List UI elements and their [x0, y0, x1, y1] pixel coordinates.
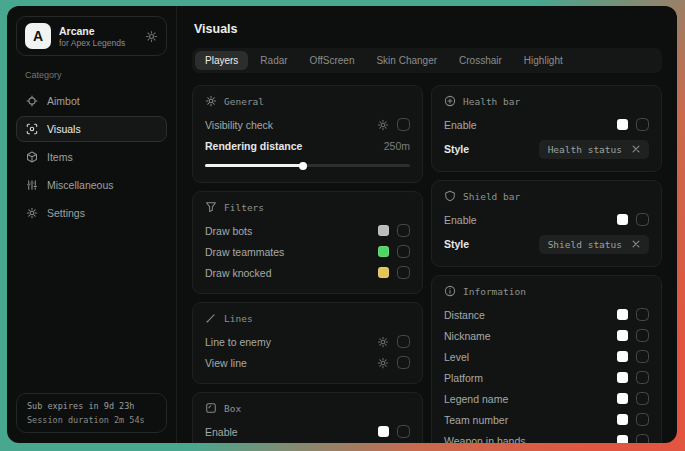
app-logo: A [25, 23, 51, 49]
setting-row-level: Level [444, 346, 649, 367]
color-swatch[interactable] [617, 309, 628, 320]
tab-radar[interactable]: Radar [250, 51, 297, 70]
clear-icon[interactable] [632, 145, 640, 153]
rendering-distance-slider[interactable] [205, 164, 410, 167]
panel-filters: Filters Draw bots Draw teammates [192, 191, 423, 294]
team-number-checkbox[interactable] [636, 413, 649, 426]
color-swatch[interactable] [617, 393, 628, 404]
draw-bots-checkbox[interactable] [397, 224, 410, 237]
setting-row-health-enable: Enable [444, 114, 649, 135]
info-circle-icon [444, 285, 456, 297]
visibility-check-checkbox[interactable] [397, 118, 410, 131]
panel-title: Lines [224, 313, 253, 324]
weapon-in-hands-checkbox[interactable] [636, 434, 649, 443]
sliders-icon [26, 179, 38, 191]
color-swatch[interactable] [617, 435, 628, 443]
setting-row-draw-teammates: Draw teammates [205, 241, 410, 262]
settings-gear-icon[interactable] [377, 357, 389, 369]
sidebar-item-label: Visuals [47, 123, 81, 135]
sidebar-item-miscellaneous[interactable]: Miscellaneous [16, 172, 167, 198]
sub-expires-text: Sub expires in 9d 23h [27, 401, 156, 411]
color-swatch[interactable] [617, 351, 628, 362]
nickname-checkbox[interactable] [636, 329, 649, 342]
panel-title: Shield bar [463, 191, 520, 202]
health-enable-checkbox[interactable] [636, 118, 649, 131]
setting-row-distance: Distance [444, 304, 649, 325]
legend-name-checkbox[interactable] [636, 392, 649, 405]
eye-scan-icon [26, 123, 38, 135]
tab-crosshair[interactable]: Crosshair [449, 51, 512, 70]
settings-gear-icon[interactable] [377, 119, 389, 131]
setting-row-shield-style: Style Shield status [444, 232, 649, 256]
settings-gear-icon[interactable] [377, 336, 389, 348]
slider-thumb[interactable] [299, 162, 307, 170]
sidebar: A Arcane for Apex Legends Category Aimbo… [7, 6, 177, 443]
draw-teammates-checkbox[interactable] [397, 245, 410, 258]
tab-players[interactable]: Players [195, 51, 248, 70]
tab-highlight[interactable]: Highlight [514, 51, 573, 70]
subscription-info-card: Sub expires in 9d 23h Session duration 2… [16, 393, 167, 433]
panel-health-bar: Health bar Enable Style Health status [431, 85, 662, 172]
panel-shield-bar: Shield bar Enable Style Shield status [431, 180, 662, 267]
box-enable-checkbox[interactable] [397, 425, 410, 438]
shield-icon [444, 190, 456, 202]
setting-row-draw-bots: Draw bots [205, 220, 410, 241]
session-duration-text: Session duration 2m 54s [27, 415, 156, 425]
setting-row-team-number: Team number [444, 409, 649, 430]
setting-row-legend-name: Legend name [444, 388, 649, 409]
color-swatch[interactable] [617, 372, 628, 383]
sidebar-item-label: Miscellaneous [47, 179, 114, 191]
app-window: A Arcane for Apex Legends Category Aimbo… [7, 6, 677, 443]
color-swatch[interactable] [617, 119, 628, 130]
color-swatch[interactable] [617, 214, 628, 225]
sun-gear-icon [205, 95, 217, 107]
page-title: Visuals [194, 22, 662, 36]
setting-row-box-enable: Enable [205, 421, 410, 442]
tab-bar: Players Radar OffScreen Skin Changer Cro… [192, 48, 662, 73]
setting-row-weapon-in-hands: Weapon in hands [444, 430, 649, 443]
funnel-icon [205, 201, 217, 213]
setting-row-draw-knocked: Draw knocked [205, 262, 410, 283]
color-swatch[interactable] [617, 330, 628, 341]
color-swatch[interactable] [617, 414, 628, 425]
health-style-select[interactable]: Health status [539, 140, 649, 159]
color-swatch[interactable] [378, 225, 389, 236]
color-swatch[interactable] [378, 246, 389, 257]
color-swatch[interactable] [378, 267, 389, 278]
app-title: Arcane [59, 25, 125, 37]
panel-title: Filters [224, 202, 264, 213]
draw-knocked-checkbox[interactable] [397, 266, 410, 279]
setting-row-nickname: Nickname [444, 325, 649, 346]
shield-style-select[interactable]: Shield status [539, 235, 649, 254]
sidebar-item-label: Aimbot [47, 95, 80, 107]
setting-row-visibility-check: Visibility check [205, 114, 410, 135]
shield-enable-checkbox[interactable] [636, 213, 649, 226]
panel-box: Box Enable Enable background [192, 392, 423, 443]
sidebar-item-label: Items [47, 151, 73, 163]
sidebar-item-label: Settings [47, 207, 85, 219]
tab-offscreen[interactable]: OffScreen [300, 51, 365, 70]
sidebar-item-aimbot[interactable]: Aimbot [16, 88, 167, 114]
sidebar-item-settings[interactable]: Settings [16, 200, 167, 226]
tab-skin-changer[interactable]: Skin Changer [366, 51, 447, 70]
setting-row-box-enable-background: Enable background [205, 442, 410, 443]
sidebar-item-items[interactable]: Items [16, 144, 167, 170]
setting-row-platform: Platform [444, 367, 649, 388]
view-line-checkbox[interactable] [397, 356, 410, 369]
sidebar-item-visuals[interactable]: Visuals [16, 116, 167, 142]
line-to-enemy-checkbox[interactable] [397, 335, 410, 348]
sidebar-gear-icon[interactable] [145, 30, 158, 43]
platform-checkbox[interactable] [636, 371, 649, 384]
plus-circle-icon [444, 95, 456, 107]
distance-checkbox[interactable] [636, 308, 649, 321]
app-logo-letter: A [33, 28, 43, 44]
panel-title: Box [224, 403, 241, 414]
level-checkbox[interactable] [636, 350, 649, 363]
clear-icon[interactable] [632, 240, 640, 248]
crosshair-icon [26, 95, 38, 107]
box-outline-icon [205, 402, 217, 414]
app-header-card: A Arcane for Apex Legends [16, 16, 167, 56]
setting-row-line-to-enemy: Line to enemy [205, 331, 410, 352]
color-swatch[interactable] [378, 426, 389, 437]
main-content: Visuals Players Radar OffScreen Skin Cha… [177, 6, 677, 443]
